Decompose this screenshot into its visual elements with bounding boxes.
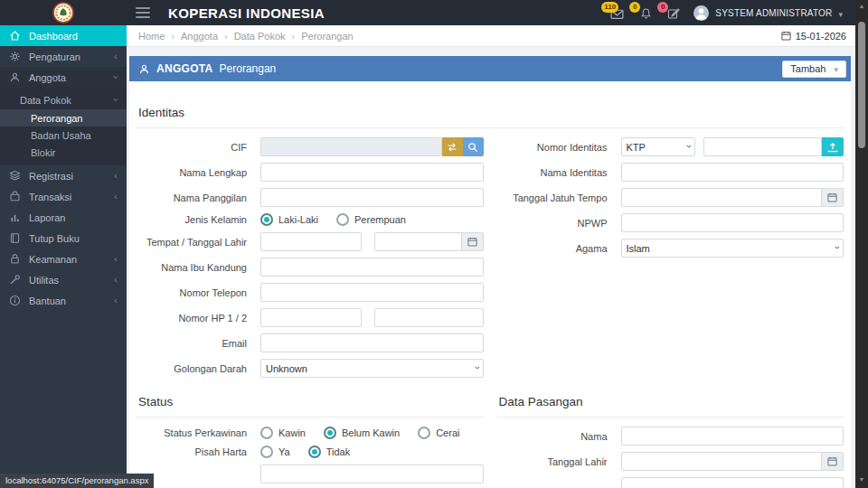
nama-panggilan-input[interactable] xyxy=(260,188,484,207)
sidebar-item-transaksi[interactable]: Transaksi xyxy=(0,186,127,207)
sidebar-item-laporan[interactable]: Laporan xyxy=(0,207,127,228)
sidebar-item-blokir[interactable]: Blokir xyxy=(0,144,127,161)
sidebar-item-tutup-buku[interactable]: Tutup Buku xyxy=(0,228,127,249)
nama-lengkap-input[interactable] xyxy=(260,163,484,182)
app-window: KOPERASI INDONESIA 110 0 0 xyxy=(0,0,868,488)
identitas-fields: CIF xyxy=(136,137,844,384)
breadcrumb-data-pokok[interactable]: Data Pokok xyxy=(234,31,286,42)
calendar-icon xyxy=(781,31,791,41)
panel-header: ANGGOTA Perorangan Tambah xyxy=(129,56,851,81)
nomor-telepon-input[interactable] xyxy=(260,283,484,302)
radio-kawin[interactable]: Kawin xyxy=(260,427,306,439)
agama-select[interactable]: Islam xyxy=(621,239,844,258)
tanggal-jatuh-tempo-input[interactable] xyxy=(621,188,823,207)
breadcrumb-separator: › xyxy=(224,31,228,42)
home-icon xyxy=(9,30,21,42)
tanggal-lahir-pasangan-datepicker[interactable] xyxy=(822,452,844,471)
radio-belum-kawin[interactable]: Belum Kawin xyxy=(324,427,400,439)
nama-panggilan-row: Nama Panggilan xyxy=(136,188,484,207)
sidebar-toggle-icon[interactable] xyxy=(136,7,150,18)
chevron-left-icon xyxy=(114,254,118,264)
nama-pasangan-input[interactable] xyxy=(621,427,844,446)
cif-generate-button[interactable] xyxy=(442,137,463,156)
radio-tidak[interactable]: Tidak xyxy=(308,446,351,458)
nama-ibu-kandung-row: Nama Ibu Kandung xyxy=(136,258,484,277)
notifications-button[interactable]: 0 xyxy=(637,5,652,20)
chevron-left-icon xyxy=(114,171,118,181)
sidebar-item-bantuan[interactable]: Bantuan xyxy=(0,290,127,311)
section-title-status: Status xyxy=(136,395,484,418)
status-pasangan-sections: Status Status Perkawinan Kawin Be xyxy=(136,395,844,488)
tanggal-jatuh-tempo-datepicker[interactable] xyxy=(822,188,844,207)
radio-ya[interactable]: Ya xyxy=(260,446,290,458)
breadcrumb-anggota[interactable]: Anggota xyxy=(181,31,218,42)
sidebar-item-badan-usaha[interactable]: Badan Usaha xyxy=(0,127,127,144)
radio-selected-icon xyxy=(308,446,321,458)
user-icon xyxy=(138,63,150,75)
bag-icon xyxy=(9,191,21,202)
app-title: KOPERASI INDONESIA xyxy=(168,5,325,21)
golongan-darah-select[interactable]: Unknown xyxy=(260,359,484,378)
user-menu[interactable]: SYSTEM ADMINISTRATOR xyxy=(693,5,843,21)
cif-search-button[interactable] xyxy=(463,137,484,156)
breadcrumb: Home › Anggota › Data Pokok › Perorangan… xyxy=(127,25,855,47)
npwp-input[interactable] xyxy=(621,213,844,232)
radio-perempuan[interactable]: Perempuan xyxy=(336,213,406,226)
tanggal-lahir-input[interactable] xyxy=(374,232,462,251)
sidebar-item-pengaturan[interactable]: Pengaturan xyxy=(0,46,127,67)
book-icon xyxy=(9,232,21,244)
radio-laki-laki[interactable]: Laki-Laki xyxy=(260,213,318,226)
scroll-down-icon[interactable]: ▼ xyxy=(859,474,865,486)
lock-icon xyxy=(9,253,21,265)
nomor-identitas-input[interactable] xyxy=(703,137,823,156)
radio-unselected-icon xyxy=(418,427,430,439)
tanggal-lahir-pasangan-input[interactable] xyxy=(621,452,823,471)
sidebar-item-dashboard[interactable]: Dashboard xyxy=(0,25,127,46)
sidebar: Dashboard Pengaturan Anggota xyxy=(0,25,127,488)
pasangan-extra-field[interactable] xyxy=(621,477,844,488)
pasangan-extra-row xyxy=(496,477,844,488)
sidebar-item-data-pokok[interactable]: Data Pokok xyxy=(0,90,127,109)
nomor-hp1-input[interactable] xyxy=(260,308,362,327)
avatar xyxy=(693,5,709,21)
sidebar-item-perorangan[interactable]: Perorangan xyxy=(0,109,127,127)
tambah-dropdown[interactable]: Tambah xyxy=(782,61,846,78)
calendar-icon xyxy=(827,192,837,202)
chevron-down-icon xyxy=(111,76,121,80)
nomor-hp2-input[interactable] xyxy=(374,308,484,327)
chart-icon xyxy=(9,211,21,223)
radio-cerai[interactable]: Cerai xyxy=(418,427,459,439)
tasks-button[interactable]: 0 xyxy=(665,5,680,20)
radio-selected-icon xyxy=(260,213,273,226)
sidebar-item-anggota[interactable]: Anggota xyxy=(0,67,127,88)
upload-identitas-button[interactable] xyxy=(822,137,844,156)
status-extra-field[interactable] xyxy=(260,465,484,483)
layers-icon xyxy=(9,170,21,182)
sidebar-item-keamanan[interactable]: Keamanan xyxy=(0,249,127,269)
gear-icon xyxy=(9,51,21,62)
panel-title: ANGGOTA Perorangan xyxy=(138,62,276,75)
tanggal-jatuh-tempo-row: Tanggal Jatuh Tempo xyxy=(496,188,844,207)
nama-lengkap-row: Nama Lengkap xyxy=(136,163,484,182)
breadcrumb-separator: › xyxy=(171,31,175,42)
messages-button[interactable]: 110 xyxy=(609,5,624,20)
search-icon xyxy=(467,142,478,153)
nama-identitas-input[interactable] xyxy=(621,163,844,182)
nama-ibu-kandung-input[interactable] xyxy=(260,258,484,277)
breadcrumb-home[interactable]: Home xyxy=(138,31,165,42)
anggota-panel: ANGGOTA Perorangan Tambah Identitas CIF xyxy=(129,56,851,488)
scroll-up-icon[interactable]: ▲ xyxy=(859,0,865,13)
vertical-scrollbar[interactable]: ▲ ▼ xyxy=(855,0,868,488)
scrollbar-thumb[interactable] xyxy=(858,22,865,148)
sidebar-item-utilitas[interactable]: Utilitas xyxy=(0,269,127,290)
jenis-identitas-select[interactable]: KTP xyxy=(621,137,695,156)
email-input[interactable] xyxy=(260,333,484,352)
email-row: Email xyxy=(136,333,484,352)
tempat-lahir-input[interactable] xyxy=(260,232,362,251)
cif-input[interactable] xyxy=(260,137,442,156)
breadcrumb-separator: › xyxy=(292,31,296,42)
tanggal-lahir-datepicker[interactable] xyxy=(462,232,484,251)
breadcrumb-perorangan[interactable]: Perorangan xyxy=(301,31,354,42)
status-bar-url: localhost:64075/CIF/perorangan.aspx xyxy=(0,474,154,488)
sidebar-item-registrasi[interactable]: Registrasi xyxy=(0,165,127,186)
